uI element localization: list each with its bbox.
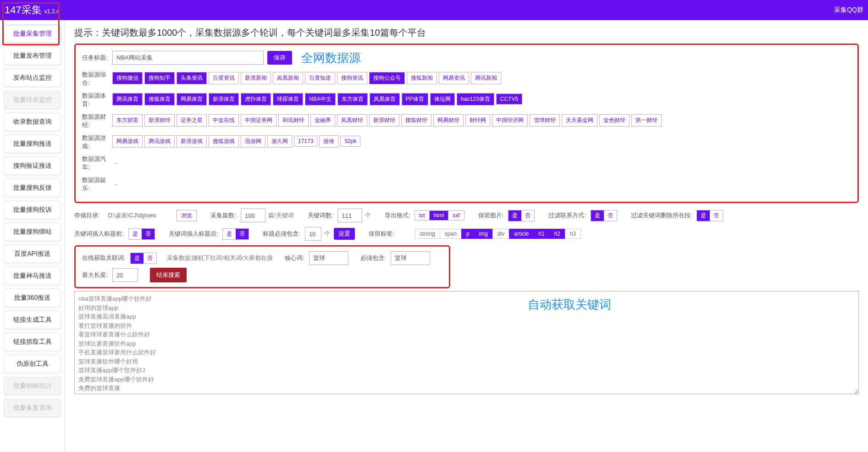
source-tag-0-4[interactable]: 新浪新闻 bbox=[241, 72, 271, 84]
collect-count-input[interactable] bbox=[241, 209, 265, 222]
source-tag-2-13[interactable]: 雪球财经 bbox=[530, 114, 560, 127]
save-button[interactable]: 保存 bbox=[267, 51, 292, 65]
source-tag-3-0[interactable]: 网易游戏 bbox=[112, 135, 143, 148]
sidebar-item-12[interactable]: 批量360推送 bbox=[4, 289, 61, 307]
sidebar-item-6[interactable]: 搜狗验证推送 bbox=[4, 157, 61, 175]
sidebar-item-15[interactable]: 伪原创工具 bbox=[4, 355, 61, 373]
keeptag-h3[interactable]: h3 bbox=[565, 229, 581, 239]
qq-group-link[interactable]: 采集QQ群 bbox=[834, 6, 863, 14]
sidebar-item-10[interactable]: 百度API推送 bbox=[4, 245, 61, 263]
source-tag-3-4[interactable]: 迅游网 bbox=[241, 135, 265, 148]
title-must-input[interactable] bbox=[305, 227, 321, 241]
source-tag-3-7[interactable]: 游侠 bbox=[319, 135, 338, 148]
sidebar-item-1[interactable]: 批量发布管理 bbox=[4, 47, 61, 65]
source-tag-2-4[interactable]: 中国证券网 bbox=[241, 114, 276, 127]
keep-img-yn[interactable]: 是否 bbox=[508, 210, 535, 221]
source-tag-0-1[interactable]: 搜狗知乎 bbox=[144, 72, 175, 84]
source-tag-0-6[interactable]: 百度知道 bbox=[305, 72, 335, 84]
source-tag-3-2[interactable]: 新浪游戏 bbox=[177, 135, 207, 148]
source-tag-0-5[interactable]: 凤凰新闻 bbox=[273, 72, 303, 84]
core-input[interactable] bbox=[309, 251, 348, 265]
source-tag-1-9[interactable]: PP体育 bbox=[402, 93, 428, 105]
online-source-text: 采集数据:随机下拉词/相关词/大家都在搜 bbox=[167, 254, 273, 262]
source-tag-2-10[interactable]: 网易财经 bbox=[433, 114, 464, 127]
sidebar-item-14[interactable]: 链接抓取工具 bbox=[4, 333, 61, 351]
keeptag-article[interactable]: article bbox=[509, 229, 534, 239]
source-tag-2-5[interactable]: 和讯财经 bbox=[278, 114, 309, 127]
source-tag-2-2[interactable]: 证券之星 bbox=[177, 114, 207, 127]
keeptag-span[interactable]: span bbox=[440, 229, 462, 239]
source-tag-0-7[interactable]: 搜狗资讯 bbox=[337, 72, 367, 84]
kw-count-input[interactable] bbox=[337, 209, 362, 222]
source-tag-1-8[interactable]: 凤凰体育 bbox=[370, 93, 400, 105]
options-row-1: 存储目录: D:\桌面\CJ\dg\seo 浏览 采集篇数: 篇/关键词 关键词… bbox=[74, 209, 859, 222]
source-tag-1-3[interactable]: 新浪体育 bbox=[209, 93, 239, 105]
keeptag-h1[interactable]: h1 bbox=[533, 229, 549, 239]
format-xxf[interactable]: xxf bbox=[448, 210, 464, 220]
source-tag-0-0[interactable]: 搜狗微信 bbox=[112, 72, 143, 84]
source-tag-2-12[interactable]: 中国经济网 bbox=[492, 114, 528, 127]
source-tag-2-6[interactable]: 金融界 bbox=[310, 114, 335, 127]
online-yn[interactable]: 是否 bbox=[130, 253, 157, 264]
must-input[interactable] bbox=[391, 251, 430, 265]
format-html[interactable]: html bbox=[429, 210, 449, 220]
filter-contact-yn[interactable]: 是否 bbox=[591, 210, 617, 221]
stop-search-button[interactable]: 结束搜索 bbox=[150, 268, 187, 282]
sidebar-item-5[interactable]: 批量搜狗推送 bbox=[4, 135, 61, 153]
source-tag-3-1[interactable]: 腾讯游戏 bbox=[144, 135, 175, 148]
task-title-input[interactable] bbox=[112, 51, 264, 65]
source-tag-2-15[interactable]: 金色财经 bbox=[599, 114, 630, 127]
set-button[interactable]: 设置 bbox=[334, 228, 355, 240]
source-tag-1-10[interactable]: 体坛网 bbox=[430, 93, 455, 105]
keeptag-strong[interactable]: strong bbox=[415, 229, 440, 239]
prefix-yn[interactable]: 是否 bbox=[128, 228, 155, 240]
sidebar-item-7[interactable]: 批量搜狗反馈 bbox=[4, 179, 61, 197]
source-tag-0-11[interactable]: 腾讯新闻 bbox=[471, 72, 501, 84]
sidebar-item-9[interactable]: 批量搜狗绑站 bbox=[4, 223, 61, 241]
source-tag-1-0[interactable]: 腾讯体育 bbox=[112, 93, 143, 105]
source-tag-1-12[interactable]: CCTV5 bbox=[496, 94, 522, 105]
keeptag-h2[interactable]: h2 bbox=[549, 229, 565, 239]
sidebar-item-8[interactable]: 批量搜狗投诉 bbox=[4, 201, 61, 219]
source-row-label-3: 数据源游戏: bbox=[82, 134, 112, 150]
source-tag-3-3[interactable]: 搜狐游戏 bbox=[209, 135, 239, 148]
source-tag-2-14[interactable]: 天天基金网 bbox=[562, 114, 597, 127]
keywords-textarea[interactable] bbox=[74, 291, 859, 394]
source-tag-2-1[interactable]: 新浪财经 bbox=[144, 114, 175, 127]
source-tag-2-0[interactable]: 东方财富 bbox=[112, 114, 143, 127]
source-tag-0-8[interactable]: 搜狗公众号 bbox=[369, 72, 405, 84]
keeptag-img[interactable]: img bbox=[474, 229, 493, 239]
source-tag-2-11[interactable]: 财经网 bbox=[465, 114, 490, 127]
source-tag-0-3[interactable]: 百度资讯 bbox=[209, 72, 239, 84]
source-tag-0-9[interactable]: 搜狐新闻 bbox=[407, 72, 437, 84]
source-tag-1-4[interactable]: 虎扑体育 bbox=[241, 93, 271, 105]
sidebar-item-4[interactable]: 收录数据查询 bbox=[4, 113, 61, 131]
sidebar-item-11[interactable]: 批量神马推送 bbox=[4, 267, 61, 285]
source-tag-3-8[interactable]: 52pk bbox=[340, 136, 360, 147]
sidebar-item-13[interactable]: 链接生成工具 bbox=[4, 311, 61, 329]
source-tag-0-10[interactable]: 网易资讯 bbox=[439, 72, 469, 84]
source-tag-2-3[interactable]: 中金在线 bbox=[209, 114, 239, 127]
keeptag-p[interactable]: p bbox=[461, 229, 475, 239]
source-tag-3-5[interactable]: 游久网 bbox=[267, 135, 292, 148]
source-tag-2-8[interactable]: 新浪财经 bbox=[369, 114, 399, 127]
format-txt[interactable]: txt bbox=[415, 210, 430, 220]
source-tag-1-2[interactable]: 网易体育 bbox=[177, 93, 207, 105]
source-tag-1-5[interactable]: 球探体育 bbox=[273, 93, 303, 105]
source-tag-3-6[interactable]: 17173 bbox=[294, 136, 317, 147]
source-tag-1-11[interactable]: hao123体育 bbox=[457, 93, 494, 105]
browse-button[interactable]: 浏览 bbox=[177, 210, 197, 221]
source-tag-1-6[interactable]: NBA中文 bbox=[305, 93, 336, 105]
source-tag-1-1[interactable]: 搜狐体育 bbox=[144, 93, 175, 105]
filter-kwdel-yn[interactable]: 是否 bbox=[697, 210, 723, 221]
source-tag-2-9[interactable]: 搜狐财经 bbox=[401, 114, 431, 127]
suffix-yn[interactable]: 是否 bbox=[222, 228, 249, 240]
sidebar-item-0[interactable]: 批量采集管理 bbox=[4, 25, 61, 43]
source-tag-0-2[interactable]: 头条资讯 bbox=[177, 72, 207, 84]
sidebar-item-2[interactable]: 发布站点监控 bbox=[4, 69, 61, 87]
source-tag-2-7[interactable]: 凤凰财经 bbox=[337, 114, 367, 127]
keeptag-div[interactable]: div bbox=[492, 229, 509, 239]
source-tag-1-7[interactable]: 东方体育 bbox=[337, 93, 368, 105]
source-tag-2-16[interactable]: 第一财经 bbox=[631, 114, 662, 127]
max-input[interactable] bbox=[112, 268, 138, 282]
